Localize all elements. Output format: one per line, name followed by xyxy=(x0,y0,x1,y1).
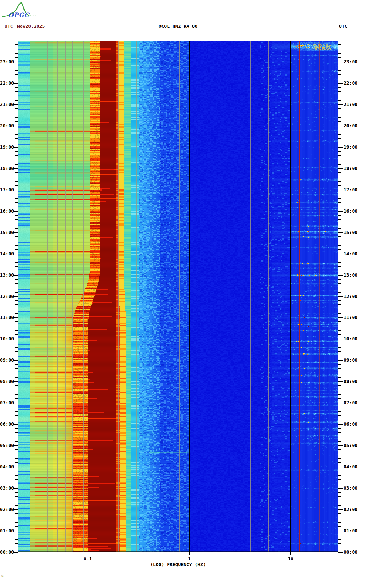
time-label-left: 12:00 xyxy=(0,294,12,299)
time-minor-tick-left xyxy=(15,130,18,130)
time-major-tick-right xyxy=(338,339,343,339)
time-label-left: 08:00 xyxy=(0,379,12,384)
time-minor-tick-right xyxy=(338,385,341,386)
time-minor-tick-right xyxy=(338,70,341,71)
time-minor-tick-left xyxy=(15,224,18,224)
opgc-logo: OPGC xyxy=(2,1,44,19)
time-major-tick-right xyxy=(338,467,343,467)
time-label-right: 02:00 xyxy=(344,507,357,512)
time-minor-tick-right xyxy=(338,398,341,399)
time-minor-tick-right xyxy=(338,368,341,369)
time-minor-tick-right xyxy=(338,87,341,88)
time-minor-tick-right xyxy=(338,288,341,288)
time-minor-tick-right xyxy=(338,177,341,177)
time-minor-tick-left xyxy=(15,377,18,378)
time-minor-tick-left xyxy=(15,309,18,309)
time-label-right: 07:00 xyxy=(344,400,357,405)
time-minor-tick-left xyxy=(15,449,18,450)
logo-text: OPGC xyxy=(8,11,30,18)
time-minor-tick-left xyxy=(15,44,18,45)
time-minor-tick-left xyxy=(15,185,18,186)
time-label-right: 09:00 xyxy=(344,358,357,363)
time-minor-tick-left xyxy=(15,160,18,160)
time-minor-tick-right xyxy=(338,130,341,130)
time-minor-tick-left xyxy=(15,505,18,506)
time-minor-tick-right xyxy=(338,475,341,476)
time-minor-tick-right xyxy=(338,245,341,246)
time-minor-tick-right xyxy=(338,262,341,263)
time-major-tick-right xyxy=(338,168,343,169)
freq-tick-label: 10 xyxy=(288,556,293,561)
time-label-left: 15:00 xyxy=(0,230,12,235)
time-minor-tick-right xyxy=(338,66,341,66)
time-major-tick-right xyxy=(338,509,343,510)
time-minor-tick-left xyxy=(15,321,18,322)
time-minor-tick-left xyxy=(15,462,18,463)
time-major-tick-right xyxy=(338,488,343,489)
time-minor-tick-right xyxy=(338,407,341,407)
time-minor-tick-right xyxy=(338,364,341,365)
time-label-right: 03:00 xyxy=(344,486,357,491)
time-minor-tick-left xyxy=(15,79,18,79)
time-minor-tick-left xyxy=(15,313,18,314)
time-minor-tick-right xyxy=(338,309,341,309)
time-minor-tick-left xyxy=(15,543,18,544)
time-minor-tick-right xyxy=(338,138,341,139)
time-minor-tick-left xyxy=(15,288,18,288)
time-minor-tick-right xyxy=(338,181,341,182)
time-major-tick-right xyxy=(338,424,343,425)
time-minor-tick-left xyxy=(15,241,18,241)
time-major-tick-right xyxy=(338,381,343,382)
time-minor-tick-left xyxy=(15,394,18,395)
time-minor-tick-right xyxy=(338,108,341,109)
time-minor-tick-right xyxy=(338,437,341,437)
time-label-left: 03:00 xyxy=(0,486,12,491)
time-minor-tick-left xyxy=(15,526,18,527)
time-major-tick-right xyxy=(338,552,343,553)
time-major-tick-right xyxy=(338,296,343,297)
time-minor-tick-left xyxy=(15,411,18,412)
time-minor-tick-left xyxy=(15,304,18,305)
time-minor-tick-left xyxy=(15,66,18,66)
time-major-tick-right xyxy=(338,126,343,126)
time-label-right: 17:00 xyxy=(344,187,357,192)
time-minor-tick-right xyxy=(338,100,341,101)
time-minor-tick-left xyxy=(15,53,18,54)
time-minor-tick-right xyxy=(338,198,341,199)
time-minor-tick-left xyxy=(15,300,18,301)
time-minor-tick-left xyxy=(15,484,18,484)
freq-tick xyxy=(290,552,291,555)
time-minor-tick-right xyxy=(338,266,341,267)
time-label-left: 06:00 xyxy=(0,422,12,427)
time-minor-tick-right xyxy=(338,151,341,152)
time-label-right: 20:00 xyxy=(344,123,357,128)
time-minor-tick-right xyxy=(338,415,341,416)
time-minor-tick-left xyxy=(15,172,18,173)
time-minor-tick-left xyxy=(15,428,18,429)
time-major-tick-right xyxy=(338,254,343,254)
time-minor-tick-left xyxy=(15,177,18,177)
freq-tick-label: 1 xyxy=(188,556,191,561)
time-minor-tick-right xyxy=(338,390,341,390)
time-label-right: 00:00 xyxy=(344,550,357,555)
time-minor-tick-right xyxy=(338,292,341,293)
time-label-left: 20:00 xyxy=(0,123,12,128)
spectrogram-canvas xyxy=(18,41,338,552)
logo-dash-right xyxy=(30,15,36,16)
time-label-left: 02:00 xyxy=(0,507,12,512)
time-minor-tick-left xyxy=(15,351,18,352)
time-minor-tick-left xyxy=(15,194,18,194)
time-major-tick-right xyxy=(338,104,343,105)
time-label-left: 21:00 xyxy=(0,102,12,107)
time-minor-tick-left xyxy=(15,91,18,92)
time-minor-tick-right xyxy=(338,279,341,280)
time-minor-tick-right xyxy=(338,224,341,224)
time-label-left: 22:00 xyxy=(0,81,12,86)
time-minor-tick-left xyxy=(15,458,18,459)
time-minor-tick-right xyxy=(338,496,341,497)
time-minor-tick-left xyxy=(15,215,18,216)
time-minor-tick-right xyxy=(338,454,341,454)
time-label-left: 09:00 xyxy=(0,358,12,363)
time-label-right: 19:00 xyxy=(344,145,357,150)
time-major-tick-right xyxy=(338,275,343,276)
